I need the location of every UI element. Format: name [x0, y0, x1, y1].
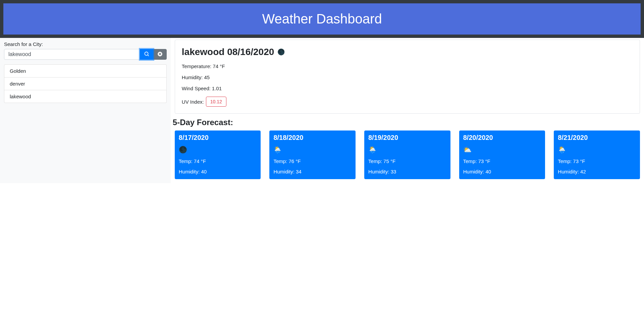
current-temperature: Temperature: 74 °F	[182, 63, 633, 69]
forecast-weather-icon: ⛅	[463, 146, 541, 154]
history-list: Golden denver lakewood	[4, 64, 167, 103]
forecast-humidity: Humidity: 33	[368, 169, 446, 174]
current-wind-speed: Wind Speed: 1.01	[182, 86, 633, 91]
forecast-title: 5-Day Forecast:	[173, 118, 640, 127]
forecast-date: 8/19/2020	[368, 134, 446, 142]
forecast-date: 8/21/2020	[558, 134, 636, 142]
forecast-weather-icon: 🌦️	[368, 146, 446, 154]
main-container: Search for a City: Golden denver lakewoo…	[0, 38, 644, 183]
current-humidity: Humidity: 45	[182, 74, 633, 80]
forecast-card: 8/20/2020 ⛅ Temp: 73 °F Humidity: 40	[459, 130, 545, 179]
search-label: Search for a City:	[4, 41, 167, 47]
forecast-temp: Temp: 74 °F	[179, 158, 257, 164]
forecast-humidity: Humidity: 40	[179, 169, 257, 174]
search-input[interactable]	[4, 49, 140, 60]
forecast-temp: Temp: 75 °F	[368, 158, 446, 164]
forecast-humidity: Humidity: 40	[463, 169, 541, 174]
forecast-card: 8/19/2020 🌦️ Temp: 75 °F Humidity: 33	[364, 130, 450, 179]
forecast-temp: Temp: 73 °F	[463, 158, 541, 164]
forecast-weather-icon: 🌦️	[558, 146, 636, 154]
uv-index-row: UV Index: 10.12	[182, 97, 633, 107]
clear-button[interactable]	[153, 49, 167, 60]
forecast-date: 8/17/2020	[179, 134, 257, 142]
forecast-weather-icon: 🌦️	[273, 146, 352, 154]
forecast-card: 8/17/2020 🌑 Temp: 74 °F Humidity: 40	[175, 130, 261, 179]
forecast-date: 8/18/2020	[273, 134, 352, 142]
forecast-date: 8/20/2020	[463, 134, 541, 142]
current-weather-icon: 🌑	[277, 48, 285, 56]
page-title: Weather Dashboard	[11, 11, 633, 27]
forecast-temp: Temp: 73 °F	[558, 158, 636, 164]
header-container: Weather Dashboard	[0, 0, 644, 38]
uv-index-label: UV Index:	[182, 99, 204, 105]
forecast-temp: Temp: 76 °F	[273, 158, 352, 164]
header: Weather Dashboard	[3, 3, 641, 35]
current-weather-card: lakewood 08/16/2020 🌑 Temperature: 74 °F…	[175, 40, 640, 114]
forecast-card: 8/18/2020 🌦️ Temp: 76 °F Humidity: 34	[269, 130, 356, 179]
history-item[interactable]: denver	[4, 77, 166, 90]
sidebar: Search for a City: Golden denver lakewoo…	[0, 38, 171, 183]
forecast-humidity: Humidity: 34	[273, 169, 352, 174]
uv-index-badge: 10.12	[206, 97, 226, 107]
forecast-row: 8/17/2020 🌑 Temp: 74 °F Humidity: 40 8/1…	[175, 130, 640, 179]
history-item[interactable]: lakewood	[4, 90, 166, 103]
history-item[interactable]: Golden	[4, 65, 166, 77]
search-button[interactable]	[140, 49, 153, 60]
forecast-card: 8/21/2020 🌦️ Temp: 73 °F Humidity: 42	[554, 130, 640, 179]
forecast-weather-icon: 🌑	[179, 146, 257, 154]
current-title: lakewood 08/16/2020 🌑	[182, 47, 633, 57]
close-icon	[158, 52, 162, 57]
current-city-date: lakewood 08/16/2020	[182, 47, 274, 57]
main-content: lakewood 08/16/2020 🌑 Temperature: 74 °F…	[171, 38, 644, 183]
forecast-humidity: Humidity: 42	[558, 169, 636, 174]
search-row	[4, 49, 167, 60]
search-icon	[144, 52, 149, 57]
